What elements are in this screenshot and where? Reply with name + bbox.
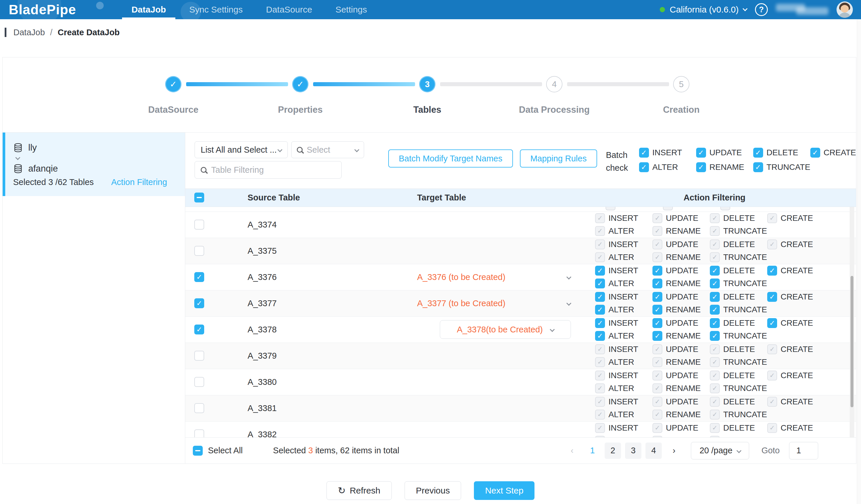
nav-tab-datajob[interactable]: DataJob [120, 0, 177, 19]
checkbox-checked-icon[interactable] [710, 266, 720, 276]
table-row[interactable]: A_3374 INSERTUPDATEDELETECREATEALTERRENA… [185, 212, 856, 238]
batch-checkbox-update[interactable]: UPDATE [696, 148, 753, 158]
action-checkbox-create[interactable]: CREATE [767, 266, 856, 276]
select-dropdown[interactable]: Select [291, 141, 364, 158]
action-checkbox-rename[interactable]: RENAME [653, 278, 710, 288]
action-checkbox-alter[interactable]: ALTER [595, 305, 653, 315]
next-step-button[interactable]: Next Step [474, 481, 534, 500]
checkbox-checked-icon[interactable] [595, 318, 605, 328]
refresh-button[interactable]: ↻ Refresh [327, 481, 392, 500]
checkbox-checked-icon[interactable] [639, 148, 649, 158]
action-checkbox-delete[interactable]: DELETE [710, 292, 767, 302]
action-checkbox-alter[interactable]: ALTER [595, 331, 653, 341]
action-checkbox-truncate[interactable]: TRUNCATE [710, 278, 767, 288]
checkbox-checked-icon[interactable] [595, 331, 605, 341]
action-checkbox-update[interactable]: UPDATE [653, 292, 710, 302]
action-checkbox-rename[interactable]: RENAME [653, 305, 710, 315]
chevron-down-icon[interactable] [566, 275, 572, 280]
action-checkbox-insert[interactable]: INSERT [595, 318, 653, 328]
table-row[interactable]: A_3381 INSERTUPDATEDELETECREATEALTERRENA… [185, 395, 856, 422]
checkbox-checked-icon[interactable] [595, 278, 605, 288]
checkbox-checked-icon[interactable] [653, 266, 662, 276]
select-all-header-checkbox[interactable] [194, 193, 204, 203]
checkbox-checked-icon[interactable] [653, 292, 662, 302]
db-pair-item[interactable]: lly afanqie Selected 3 /62 Tables Action… [3, 133, 185, 196]
checkbox-checked-icon[interactable] [595, 305, 605, 315]
row-checkbox[interactable] [194, 325, 204, 335]
page-button-4[interactable]: 4 [645, 442, 662, 459]
action-checkbox-update[interactable]: UPDATE [653, 266, 710, 276]
checkbox-checked-icon[interactable] [767, 292, 777, 302]
mapping-rules-button[interactable]: Mapping Rules [520, 149, 597, 167]
checkbox-checked-icon[interactable] [696, 148, 706, 158]
breadcrumb-parent[interactable]: DataJob [13, 28, 45, 37]
action-checkbox-alter[interactable]: ALTER [595, 278, 653, 288]
list-mode-select[interactable]: List All and Select ... [194, 141, 288, 158]
row-checkbox[interactable] [194, 298, 204, 308]
page-button-3[interactable]: 3 [625, 442, 641, 459]
page-size-select[interactable]: 20 /page [691, 442, 749, 460]
action-checkbox-insert[interactable]: INSERT [595, 266, 653, 276]
goto-page-input[interactable]: 1 [789, 442, 818, 460]
checkbox-checked-icon[interactable] [753, 162, 763, 172]
nav-tab-settings[interactable]: Settings [324, 0, 379, 19]
action-checkbox-truncate[interactable]: TRUNCATE [710, 331, 767, 341]
table-scrollbar[interactable] [850, 207, 854, 437]
table-row[interactable]: A_3377 A_3377 (to be Created) INSERTUPDA… [185, 290, 856, 317]
row-checkbox[interactable] [194, 351, 204, 361]
checkbox-checked-icon[interactable] [710, 318, 720, 328]
prev-page-button[interactable]: ‹ [564, 442, 580, 459]
batch-checkbox-delete[interactable]: DELETE [753, 148, 810, 158]
page-scrollbar[interactable] [857, 19, 861, 504]
action-checkbox-insert[interactable]: INSERT [595, 292, 653, 302]
table-row[interactable]: A_3382 INSERTUPDATEDELETECREATEALTERRENA… [185, 422, 856, 437]
action-checkbox-rename[interactable]: RENAME [653, 331, 710, 341]
row-checkbox[interactable] [194, 430, 204, 437]
batch-checkbox-create[interactable]: CREATE [810, 148, 856, 158]
checkbox-checked-icon[interactable] [696, 162, 706, 172]
checkbox-checked-icon[interactable] [653, 331, 662, 341]
checkbox-checked-icon[interactable] [653, 318, 662, 328]
action-checkbox-update[interactable]: UPDATE [653, 318, 710, 328]
table-row[interactable]: A_3379 INSERTUPDATEDELETECREATEALTERRENA… [185, 343, 856, 369]
checkbox-checked-icon[interactable] [710, 331, 720, 341]
table-row[interactable]: A_3375 INSERTUPDATEDELETECREATEALTERRENA… [185, 238, 856, 264]
page-button-1[interactable]: 1 [584, 442, 601, 459]
action-checkbox-delete[interactable]: DELETE [710, 318, 767, 328]
help-icon[interactable]: ? [755, 3, 768, 16]
checkbox-checked-icon[interactable] [810, 148, 820, 158]
previous-button[interactable]: Previous [405, 481, 461, 500]
action-checkbox-create[interactable]: CREATE [767, 292, 856, 302]
action-checkbox-truncate[interactable]: TRUNCATE [710, 305, 767, 315]
checkbox-checked-icon[interactable] [767, 266, 777, 276]
table-row[interactable]: A_3380 INSERTUPDATEDELETECREATEALTERRENA… [185, 369, 856, 395]
checkbox-checked-icon[interactable] [639, 162, 649, 172]
row-checkbox[interactable] [194, 377, 204, 387]
checkbox-checked-icon[interactable] [595, 266, 605, 276]
region-selector[interactable]: California (v0.6.0) [660, 5, 747, 15]
select-all-checkbox[interactable] [193, 446, 203, 455]
row-checkbox[interactable] [194, 246, 204, 256]
checkbox-checked-icon[interactable] [767, 318, 777, 328]
action-filtering-link[interactable]: Action Filtering [111, 177, 167, 187]
action-checkbox-create[interactable]: CREATE [767, 318, 856, 328]
checkbox-checked-icon[interactable] [595, 292, 605, 302]
batch-checkbox-insert[interactable]: INSERT [639, 148, 696, 158]
checkbox-checked-icon[interactable] [710, 292, 720, 302]
table-row[interactable]: A_3378 A_3378(to be Created) INSERTUPDAT… [185, 317, 856, 343]
target-table-select[interactable]: A_3378(to be Created) [440, 320, 571, 339]
table-filter-input[interactable]: Table Filtering [194, 161, 342, 179]
row-checkbox[interactable] [194, 272, 204, 282]
row-checkbox[interactable] [194, 220, 204, 230]
next-page-button[interactable]: › [666, 442, 682, 459]
chevron-down-icon[interactable] [566, 301, 572, 306]
action-checkbox-delete[interactable]: DELETE [710, 266, 767, 276]
batch-checkbox-rename[interactable]: RENAME [696, 162, 753, 172]
batch-checkbox-truncate[interactable]: TRUNCATE [753, 162, 810, 172]
checkbox-checked-icon[interactable] [710, 278, 720, 288]
scrollbar-thumb[interactable] [850, 276, 853, 407]
table-row[interactable]: A_3376 A_3376 (to be Created) INSERTUPDA… [185, 264, 856, 290]
avatar[interactable] [836, 1, 853, 18]
checkbox-checked-icon[interactable] [710, 305, 720, 315]
nav-tab-datasource[interactable]: DataSource [254, 0, 324, 19]
